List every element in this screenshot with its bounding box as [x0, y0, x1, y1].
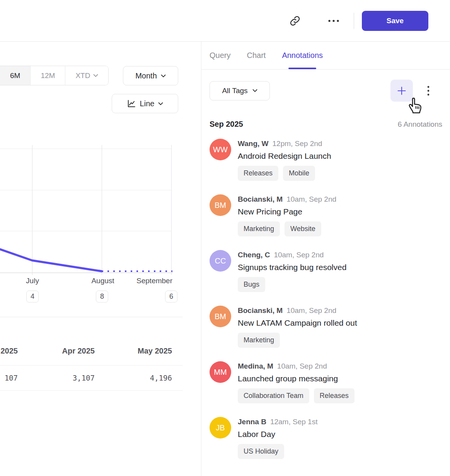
- chevron-down-icon: [93, 74, 98, 77]
- annotation-body: Jenna B 12am, Sep 1st Labor Day US Holid…: [238, 417, 370, 459]
- chart-type-dropdown[interactable]: Line: [112, 94, 178, 113]
- trend-line-solid: [0, 249, 102, 271]
- chevron-down-icon: [252, 89, 257, 92]
- annotation-meta: Jenna B 12am, Sep 1st: [238, 417, 370, 426]
- annotation-tags: Marketing: [238, 333, 370, 348]
- annotation-timestamp: 10am, Sep 2nd: [277, 362, 327, 371]
- panel-tabs: Query Chart Annotations: [201, 42, 450, 70]
- annotation-body: Medina, M 10am, Sep 2nd Launched group m…: [238, 361, 370, 403]
- annotation-tags: Bugs: [238, 277, 370, 292]
- annotation-title: Android Redesign Launch: [238, 150, 370, 163]
- annotation-count-badge-september[interactable]: 6: [165, 291, 177, 303]
- annotations-menu-button[interactable]: [424, 83, 433, 99]
- column-header: 2025: [0, 347, 18, 355]
- tag-pill[interactable]: Marketing: [238, 221, 280, 236]
- annotation-row[interactable]: MM Medina, M 10am, Sep 2nd Launched grou…: [210, 361, 450, 403]
- line-chart-icon: [127, 99, 136, 108]
- annotation-timestamp: 10am, Sep 2nd: [286, 195, 336, 204]
- month-section-header: Sep 2025 6 Annotations: [201, 120, 450, 129]
- save-button[interactable]: Save: [362, 11, 428, 31]
- annotation-tags: Collaboration Team Releases: [238, 388, 370, 403]
- annotation-meta: Wang, W 12pm, Sep 2nd: [238, 139, 370, 148]
- annotation-count-badge-july[interactable]: 4: [26, 291, 39, 303]
- annotation-author: Medina, M: [238, 362, 273, 371]
- top-bar: Save: [0, 0, 450, 42]
- avatar: BM: [210, 306, 231, 327]
- annotation-row[interactable]: BM Bocianski, M 10am, Sep 2nd New Pricin…: [210, 194, 450, 236]
- range-xtd-button[interactable]: XTD: [65, 66, 108, 85]
- add-annotation-button[interactable]: [390, 80, 413, 102]
- tab-chart[interactable]: Chart: [247, 42, 266, 69]
- range-xtd-label: XTD: [75, 71, 90, 80]
- results-table-header-row: 2025 Apr 2025 May 2025: [0, 317, 183, 366]
- table-cell: 107: [0, 374, 18, 382]
- annotation-title: Launched group messaging: [238, 372, 370, 385]
- annotation-tags: Marketing Website: [238, 221, 370, 236]
- tag-pill[interactable]: Releases: [238, 166, 278, 181]
- column-header: May 2025: [95, 347, 172, 355]
- x-axis-label-september: September: [130, 277, 172, 285]
- annotation-body: Cheng, C 10am, Sep 2nd Signups tracking …: [238, 250, 370, 292]
- annotation-title: New Pricing Page: [238, 205, 370, 218]
- annotation-row[interactable]: CC Cheng, C 10am, Sep 2nd Signups tracki…: [210, 250, 450, 292]
- plus-icon: [397, 86, 407, 96]
- tag-pill[interactable]: Website: [285, 221, 321, 236]
- annotation-body: Wang, W 12pm, Sep 2nd Android Redesign L…: [238, 139, 370, 181]
- annotation-row[interactable]: WW Wang, W 12pm, Sep 2nd Android Redesig…: [210, 139, 450, 181]
- x-axis-label-august: August: [87, 277, 118, 285]
- avatar: CC: [210, 250, 231, 272]
- annotation-author: Cheng, C: [238, 251, 270, 259]
- table-cell: 4,196: [95, 374, 172, 382]
- tag-pill[interactable]: Marketing: [238, 333, 280, 348]
- annotation-row[interactable]: BM Bocianski, M 10am, Sep 2nd New LATAM …: [210, 306, 450, 348]
- range-6m-button[interactable]: 6M: [0, 66, 31, 85]
- tag-pill[interactable]: US Holiday: [238, 444, 284, 459]
- tag-filter-label: All Tags: [222, 87, 247, 95]
- annotation-row[interactable]: JB Jenna B 12am, Sep 1st Labor Day US Ho…: [210, 417, 450, 459]
- avatar: MM: [210, 361, 231, 383]
- annotation-body: Bocianski, M 10am, Sep 2nd New LATAM Cam…: [238, 306, 370, 348]
- range-12m-button[interactable]: 12M: [31, 66, 65, 85]
- tag-pill[interactable]: Releases: [314, 388, 355, 403]
- annotation-tags: US Holiday: [238, 444, 370, 459]
- annotation-timestamp: 12pm, Sep 2nd: [273, 139, 322, 148]
- avatar: BM: [210, 194, 231, 216]
- results-table-value-row: 107 3,107 4,196: [0, 366, 183, 391]
- granularity-label: Month: [135, 71, 157, 80]
- avatar: JB: [210, 417, 231, 439]
- link-icon: [290, 15, 300, 26]
- annotation-author: Jenna B: [238, 418, 266, 426]
- tab-query[interactable]: Query: [210, 42, 230, 69]
- tag-pill[interactable]: Collaboration Team: [238, 388, 309, 403]
- tag-filter-dropdown[interactable]: All Tags: [210, 81, 270, 100]
- granularity-dropdown[interactable]: Month: [123, 66, 178, 85]
- annotations-toolbar: All Tags: [201, 80, 450, 102]
- annotation-title: Labor Day: [238, 428, 370, 441]
- annotation-count-badge-august[interactable]: 8: [96, 291, 108, 303]
- column-header: Apr 2025: [18, 347, 95, 355]
- ellipsis-icon: [328, 19, 339, 22]
- more-options-button[interactable]: [325, 12, 342, 29]
- annotation-meta: Bocianski, M 10am, Sep 2nd: [238, 306, 370, 315]
- annotation-title: New LATAM Campaign rolled out: [238, 316, 370, 330]
- chart-type-label: Line: [140, 99, 155, 108]
- chevron-down-icon: [158, 102, 163, 105]
- annotation-meta: Bocianski, M 10am, Sep 2nd: [238, 194, 370, 204]
- section-title: Sep 2025: [210, 120, 243, 129]
- annotation-timestamp: 12am, Sep 1st: [270, 418, 318, 426]
- chart-panel: 6M 12M XTD Month Line: [0, 42, 201, 476]
- tag-pill[interactable]: Bugs: [238, 277, 265, 292]
- copy-link-button[interactable]: [286, 12, 303, 29]
- tag-pill[interactable]: Mobile: [283, 166, 315, 181]
- table-cell: 3,107: [18, 374, 95, 382]
- annotation-author: Bocianski, M: [238, 306, 283, 315]
- time-range-group: 6M 12M XTD: [0, 66, 109, 85]
- avatar: WW: [210, 139, 231, 160]
- annotation-tags: Releases Mobile: [238, 166, 370, 181]
- annotation-timestamp: 10am, Sep 2nd: [286, 306, 336, 315]
- annotations-list: WW Wang, W 12pm, Sep 2nd Android Redesig…: [201, 139, 450, 473]
- tab-annotations[interactable]: Annotations: [282, 42, 323, 69]
- annotation-body: Bocianski, M 10am, Sep 2nd New Pricing P…: [238, 194, 370, 236]
- trend-chart: [0, 144, 201, 277]
- results-table: 2025 Apr 2025 May 2025 107 3,107 4,196: [0, 317, 183, 391]
